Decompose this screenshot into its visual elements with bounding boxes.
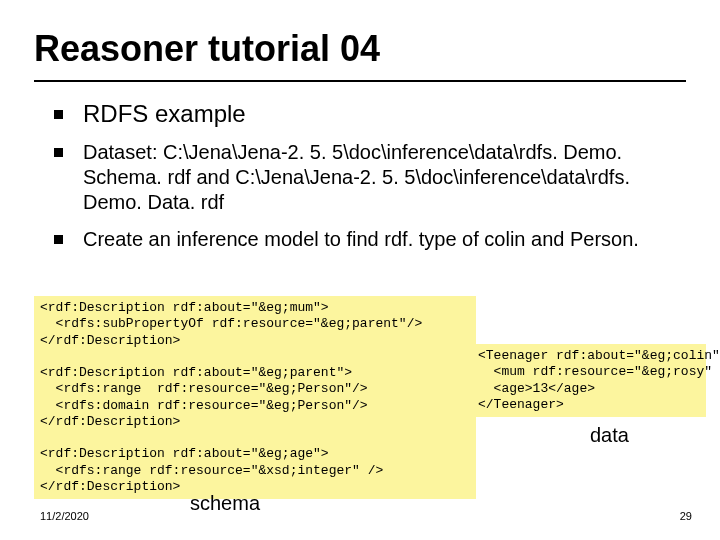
bullet-sub-1: Dataset: C:\Jena\Jena-2. 5. 5\doc\infere… xyxy=(54,140,686,215)
label-data: data xyxy=(590,424,629,447)
bullet-sub-1-text: Dataset: C:\Jena\Jena-2. 5. 5\doc\infere… xyxy=(83,140,686,215)
footer-page-number: 29 xyxy=(680,510,692,522)
bullet-main: RDFS example xyxy=(54,100,686,128)
bullet-sub-2: Create an inference model to find rdf. t… xyxy=(54,227,686,252)
slide: Reasoner tutorial 04 RDFS example Datase… xyxy=(0,0,720,540)
label-schema: schema xyxy=(190,492,260,515)
bullet-icon xyxy=(54,235,63,244)
content-block: RDFS example Dataset: C:\Jena\Jena-2. 5.… xyxy=(54,100,686,264)
slide-title: Reasoner tutorial 04 xyxy=(34,28,380,70)
bullet-icon xyxy=(54,110,63,119)
title-underline xyxy=(34,80,686,82)
code-block-schema: <rdf:Description rdf:about="&eg;mum"> <r… xyxy=(34,296,476,499)
code-block-data: <Teenager rdf:about="&eg;colin"> <mum rd… xyxy=(472,344,706,417)
bullet-main-text: RDFS example xyxy=(83,100,246,128)
bullet-icon xyxy=(54,148,63,157)
bullet-sub-2-text: Create an inference model to find rdf. t… xyxy=(83,227,639,252)
footer-date: 11/2/2020 xyxy=(40,510,89,522)
